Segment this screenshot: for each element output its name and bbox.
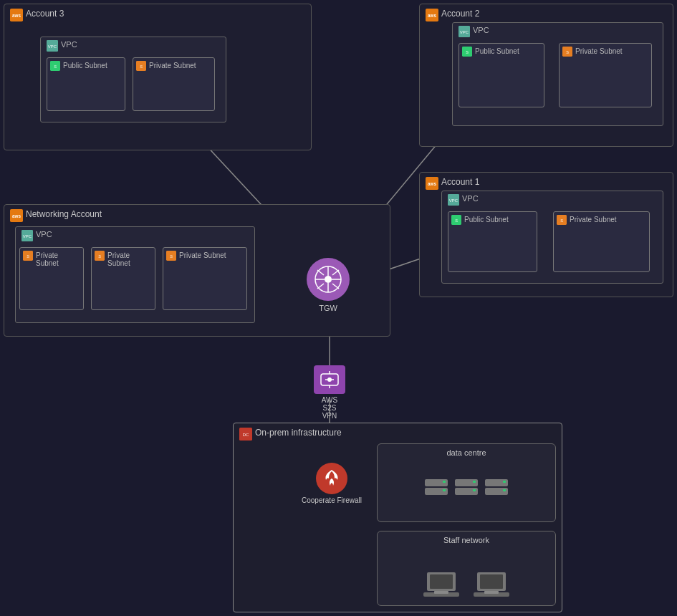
networking-subnet-2-label: Private Subnet <box>107 251 152 267</box>
account2-private-subnet-label: Private Subnet <box>575 47 623 55</box>
subnet-icon-a1-pub: S <box>451 215 461 225</box>
subnet-icon-a3-pub: S <box>50 61 60 71</box>
aws-icon-account1: aws <box>426 177 438 190</box>
aws-icon-account2: aws <box>426 9 438 21</box>
svg-text:VPC: VPC <box>449 198 458 203</box>
staff-network-box: Staff network <box>377 531 556 606</box>
svg-rect-71 <box>503 489 506 491</box>
vpc-icon-net: VPC <box>21 230 33 241</box>
onprem-box: DC On-prem infrastructure data centre <box>233 423 562 612</box>
vpc-icon-a3: VPC <box>47 40 58 52</box>
server-3-icon <box>484 476 509 502</box>
onprem-label: On-prem infrastructure <box>255 428 342 438</box>
svg-text:S: S <box>140 64 143 69</box>
account1-public-subnet: S Public Subnet <box>448 211 537 272</box>
aws-icon-account3: aws <box>10 9 23 21</box>
account1-private-subnet: S Private Subnet <box>553 211 650 272</box>
server-1-icon <box>423 476 449 502</box>
tgw-label: TGW <box>319 304 337 312</box>
svg-text:VPC: VPC <box>460 30 469 34</box>
networking-subnet-1-label: Private Subnet <box>36 251 80 267</box>
account3-vpc-box: VPC VPC S Public Subnet S Private Subnet <box>40 37 226 122</box>
tgw-symbol <box>314 265 342 294</box>
svg-text:S: S <box>566 50 569 54</box>
firewall-label: Cooperate Firewall <box>302 496 362 504</box>
datacenter-box: data centre <box>377 443 556 522</box>
onprem-icon: DC <box>239 428 252 441</box>
account2-public-subnet-label: Public Subnet <box>475 47 519 55</box>
tgw-node: TGW <box>307 258 350 312</box>
vpn-icon <box>314 365 345 394</box>
svg-text:S: S <box>466 50 469 54</box>
laptop-1-icon <box>423 571 459 598</box>
vpc-icon-a1: VPC <box>448 194 459 206</box>
account3-private-subnet: S Private Subnet <box>133 57 215 111</box>
account3-private-subnet-label: Private Subnet <box>149 62 196 69</box>
networking-vpc-label: VPC <box>36 230 52 239</box>
svg-text:S: S <box>455 218 458 223</box>
svg-text:S: S <box>170 254 173 259</box>
svg-text:DC: DC <box>243 433 249 437</box>
subnet-icon-net-1: S <box>23 251 33 261</box>
svg-rect-75 <box>434 591 448 594</box>
svg-point-44 <box>325 276 332 283</box>
account3-public-subnet-label: Public Subnet <box>63 62 107 69</box>
vpn-node: AWS S2S VPN <box>314 365 345 420</box>
laptop-2-icon <box>474 571 509 598</box>
tgw-icon <box>307 258 350 301</box>
staff-network-label: Staff network <box>443 536 489 544</box>
firewall-symbol <box>322 468 342 489</box>
svg-text:S: S <box>54 64 57 69</box>
account3-label: Account 3 <box>26 9 64 19</box>
subnet-icon-a1-priv: S <box>557 215 567 225</box>
svg-text:VPC: VPC <box>48 44 57 49</box>
subnet-icon-net-3: S <box>166 251 176 261</box>
account2-box: aws Account 2 VPC VPC S Public Subnet S … <box>419 4 673 147</box>
account1-vpc-box: VPC VPC S Public Subnet S Private Subnet <box>441 191 663 284</box>
svg-text:S: S <box>27 254 29 259</box>
svg-text:S: S <box>560 218 563 223</box>
vpn-symbol <box>320 370 340 390</box>
firewall-icon <box>316 463 347 494</box>
svg-text:aws: aws <box>428 181 436 186</box>
laptops-row <box>423 571 509 598</box>
svg-rect-79 <box>484 591 499 594</box>
datacenter-label: data centre <box>446 448 486 457</box>
svg-rect-66 <box>473 481 476 483</box>
svg-line-52 <box>317 284 324 289</box>
account3-public-subnet: S Public Subnet <box>47 57 125 111</box>
networking-account-label: Networking Account <box>26 209 102 219</box>
account2-vpc-box: VPC VPC S Public Subnet S Private Subnet <box>452 22 663 126</box>
networking-subnet-1: S Private Subnet <box>19 247 84 310</box>
svg-rect-77 <box>480 574 503 589</box>
svg-rect-70 <box>503 481 506 483</box>
svg-text:aws: aws <box>428 13 436 18</box>
subnet-icon-a2-priv: S <box>562 47 572 57</box>
vpn-label: AWS S2S VPN <box>322 396 337 420</box>
svg-point-55 <box>327 377 332 382</box>
svg-rect-67 <box>473 489 476 491</box>
svg-text:aws: aws <box>12 13 21 18</box>
svg-line-50 <box>332 284 339 289</box>
svg-text:aws: aws <box>12 213 21 218</box>
account1-vpc-label: VPC <box>462 194 479 203</box>
svg-rect-62 <box>443 481 446 483</box>
account2-vpc-label: VPC <box>473 26 489 34</box>
subnet-icon-a3-priv: S <box>136 61 146 71</box>
svg-text:S: S <box>98 254 101 259</box>
subnet-icon-net-2: S <box>95 251 105 261</box>
aws-icon-networking: aws <box>10 209 23 222</box>
svg-rect-63 <box>443 489 446 491</box>
networking-subnet-3: S Private Subnet <box>163 247 247 310</box>
svg-line-51 <box>332 270 339 275</box>
account1-public-subnet-label: Public Subnet <box>464 216 509 223</box>
subnet-icon-a2-pub: S <box>462 47 472 57</box>
account2-public-subnet: S Public Subnet <box>458 43 544 107</box>
account1-box: aws Account 1 VPC VPC S Public Subnet S … <box>419 172 673 297</box>
svg-line-49 <box>317 270 324 275</box>
account3-box: aws Account 3 VPC VPC S Public Subnet S … <box>4 4 312 150</box>
account3-vpc-label: VPC <box>61 40 77 49</box>
networking-vpc-box: VPC VPC S Private Subnet S Private Subne… <box>15 226 255 323</box>
vpc-icon-a2: VPC <box>458 26 470 37</box>
account2-private-subnet: S Private Subnet <box>559 43 652 107</box>
